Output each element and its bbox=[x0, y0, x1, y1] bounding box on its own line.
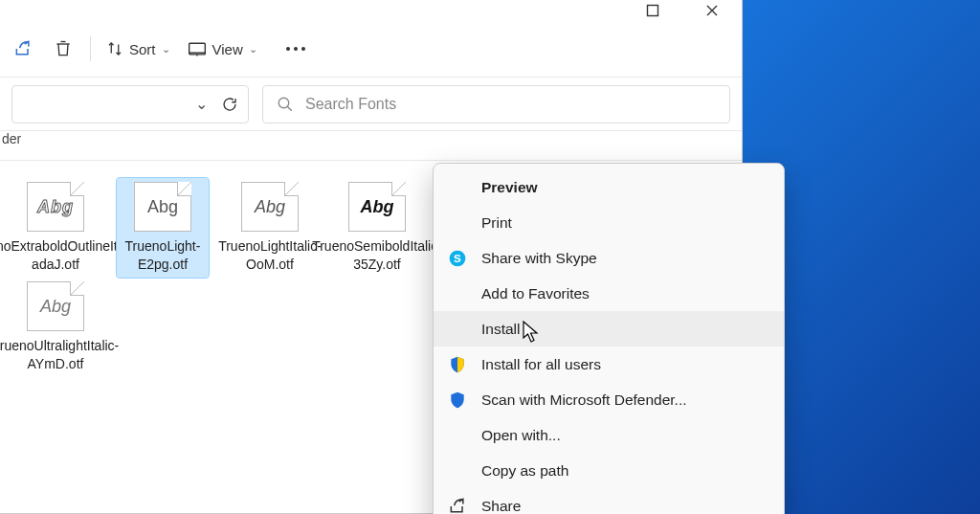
menu-item[interactable]: Print bbox=[434, 205, 784, 240]
defender-shield-icon bbox=[447, 390, 468, 411]
chevron-down-icon: ⌄ bbox=[249, 43, 257, 56]
file-label: TruenoLight-E2pg.otf bbox=[121, 237, 205, 274]
file-item[interactable]: Abg TruenoUltralightItalic-AYmD.otf bbox=[10, 278, 101, 377]
view-button[interactable]: View ⌄ bbox=[180, 30, 265, 68]
menu-item[interactable]: Scan with Microsoft Defender... bbox=[434, 382, 784, 417]
close-button[interactable] bbox=[682, 0, 742, 21]
menu-item[interactable]: Preview bbox=[434, 169, 784, 205]
svg-point-4 bbox=[301, 47, 305, 51]
menu-item[interactable]: Add to Favorites bbox=[434, 276, 784, 311]
delete-button[interactable] bbox=[44, 30, 82, 68]
file-item[interactable]: Abg TruenoExtraboldOutlineItalic-adaJ.ot… bbox=[10, 178, 101, 278]
refresh-icon[interactable] bbox=[221, 96, 238, 113]
menu-item[interactable]: Share bbox=[434, 488, 784, 514]
font-file-icon: Abg bbox=[241, 182, 299, 232]
font-file-icon: Abg bbox=[27, 281, 84, 331]
titlebar bbox=[0, 0, 742, 21]
font-file-icon: Abg bbox=[134, 182, 191, 232]
share-icon bbox=[447, 496, 468, 515]
menu-item[interactable]: Install for all users bbox=[434, 346, 784, 382]
sort-label: Sort bbox=[129, 41, 156, 57]
file-item[interactable]: Abg TruenoLight-E2pg.otf bbox=[117, 178, 209, 278]
svg-point-5 bbox=[278, 98, 289, 108]
toolbar-divider bbox=[90, 36, 91, 61]
command-bar: Sort ⌄ View ⌄ bbox=[0, 21, 742, 77]
address-bar[interactable]: ⌄ bbox=[11, 85, 249, 123]
breadcrumb[interactable]: der bbox=[0, 130, 742, 161]
menu-item[interactable]: SShare with Skype bbox=[434, 240, 784, 276]
shield-admin-icon bbox=[447, 354, 468, 375]
context-menu: PreviewPrintSShare with SkypeAdd to Favo… bbox=[433, 163, 785, 514]
view-label: View bbox=[212, 41, 243, 57]
svg-text:S: S bbox=[454, 252, 461, 264]
menu-item[interactable]: Open with... bbox=[434, 417, 784, 453]
search-placeholder: Search Fonts bbox=[305, 96, 396, 113]
file-label: TruenoSemiboldItalic-35Zy.otf bbox=[312, 237, 442, 274]
chevron-down-icon[interactable]: ⌄ bbox=[195, 95, 208, 113]
search-icon bbox=[277, 96, 294, 113]
file-item[interactable]: Abg TruenoLightItalic-OoM.otf bbox=[224, 178, 316, 278]
chevron-down-icon: ⌄ bbox=[162, 43, 170, 56]
menu-item[interactable]: Install bbox=[434, 311, 784, 346]
file-label: TruenoLightItalic-OoM.otf bbox=[218, 237, 322, 274]
maximize-button[interactable] bbox=[623, 0, 682, 21]
search-input[interactable]: Search Fonts bbox=[262, 85, 730, 123]
nav-row: ⌄ Search Fonts bbox=[0, 77, 742, 130]
sort-button[interactable]: Sort ⌄ bbox=[99, 30, 178, 68]
svg-point-3 bbox=[294, 47, 298, 51]
font-file-icon: Abg bbox=[348, 182, 406, 232]
font-file-icon: Abg bbox=[27, 182, 84, 232]
share-icon-button[interactable] bbox=[4, 30, 42, 68]
file-item[interactable]: Abg TruenoSemiboldItalic-35Zy.otf bbox=[331, 178, 423, 278]
menu-item[interactable]: Copy as path bbox=[434, 453, 784, 488]
more-button[interactable] bbox=[277, 30, 315, 68]
file-label: TruenoUltralightItalic-AYmD.otf bbox=[0, 337, 119, 373]
svg-point-2 bbox=[286, 47, 290, 51]
skype-icon: S bbox=[447, 248, 468, 269]
svg-rect-0 bbox=[648, 6, 658, 16]
